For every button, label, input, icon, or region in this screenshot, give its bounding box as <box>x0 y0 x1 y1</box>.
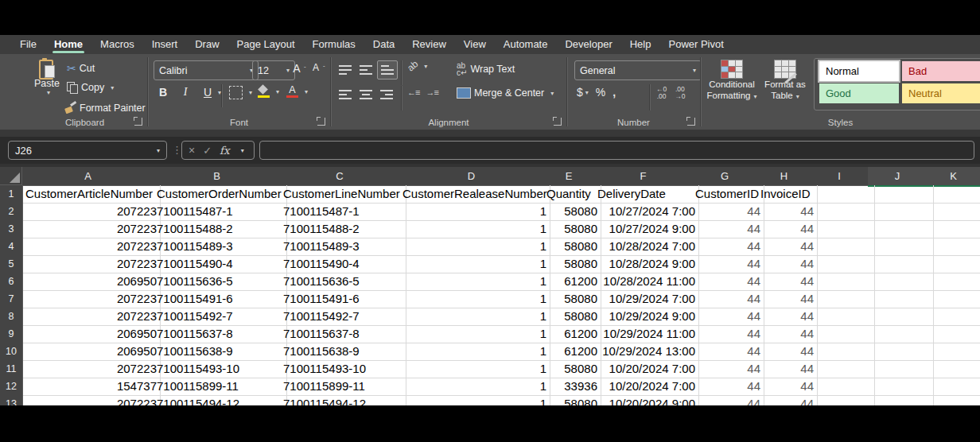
cell-J5[interactable] <box>868 255 934 273</box>
cell-H[interactable] <box>757 430 818 442</box>
cell-C3[interactable]: 7100115488-2 <box>280 220 406 238</box>
cell-G[interactable] <box>692 430 764 442</box>
decrease-indent-icon[interactable]: ←≡ <box>407 87 419 97</box>
cell-I3[interactable] <box>811 220 875 238</box>
row-header-5[interactable]: 5 <box>0 255 23 273</box>
cell-I1[interactable] <box>811 185 875 204</box>
cell-F9[interactable]: 10/29/2024 11:00 <box>594 325 699 343</box>
cell-E11[interactable]: 58080 <box>543 360 601 378</box>
cf-dropdown-icon[interactable]: ▾ <box>753 93 756 100</box>
cell-E12[interactable]: 33936 <box>543 378 601 396</box>
enter-icon[interactable]: ✓ <box>203 145 212 157</box>
cell-G12[interactable]: 44 <box>692 378 764 396</box>
row-header-12[interactable]: 12 <box>0 378 23 396</box>
cell-K7[interactable] <box>927 290 980 308</box>
cell-F1[interactable]: DeliveryDate <box>594 185 699 204</box>
cell-A8[interactable]: 207223 <box>22 308 161 326</box>
cell-B[interactable] <box>154 430 287 442</box>
cell-F7[interactable]: 10/29/2024 7:00 <box>594 290 699 308</box>
cell-F8[interactable]: 10/29/2024 9:00 <box>594 308 699 326</box>
cell-G9[interactable]: 44 <box>692 325 764 343</box>
cell-style-good[interactable]: Good <box>819 83 899 103</box>
cell-D11[interactable]: 1 <box>399 360 550 378</box>
cell-A13[interactable]: 207223 <box>22 395 161 413</box>
alignment-dialog-launcher[interactable] <box>554 118 562 126</box>
cell-B11[interactable]: 7100115493-10 <box>154 360 287 378</box>
cell-H11[interactable]: 44 <box>757 360 818 378</box>
menu-tab-data[interactable]: Data <box>364 33 403 54</box>
cell-G8[interactable]: 44 <box>692 308 764 326</box>
fill-color-icon[interactable] <box>258 86 270 98</box>
menu-tab-macros[interactable]: Macros <box>91 33 143 54</box>
column-header-H[interactable]: H <box>757 167 811 186</box>
rename-pencil-icon[interactable] <box>239 6 251 15</box>
cell-G14[interactable]: 44 <box>692 413 764 431</box>
column-header-F[interactable]: F <box>594 167 693 186</box>
menu-tab-view[interactable]: View <box>455 33 495 54</box>
decrease-decimal-button[interactable]: .00→0 <box>675 86 685 100</box>
menu-tab-power-pivot[interactable]: Power Pivot <box>659 33 732 54</box>
middle-align-button[interactable] <box>356 61 375 79</box>
cell-H5[interactable]: 44 <box>757 255 818 273</box>
align-left-button[interactable] <box>336 86 355 103</box>
cell-K3[interactable] <box>927 220 980 238</box>
cell-D3[interactable]: 1 <box>399 220 550 238</box>
cell-H3[interactable]: 44 <box>757 220 818 238</box>
cancel-icon[interactable]: × <box>189 144 195 157</box>
name-box[interactable]: J26 ▾ <box>8 141 167 160</box>
cell-A12[interactable]: 154737 <box>22 378 161 396</box>
cell-I7[interactable] <box>811 290 875 308</box>
menu-tab-draw[interactable]: Draw <box>186 33 228 54</box>
grow-font-button[interactable]: Aˆ <box>290 62 306 75</box>
underline-button[interactable]: U <box>200 86 215 99</box>
cell-A1[interactable]: CustomerArticleNumber <box>22 185 161 204</box>
cell-B9[interactable]: 7100115637-8 <box>154 325 287 343</box>
shrink-font-button[interactable]: Aˇ <box>309 62 325 73</box>
cell-J8[interactable] <box>868 308 934 326</box>
align-right-button[interactable] <box>377 86 396 103</box>
column-header-J[interactable]: J <box>868 167 928 187</box>
cell-B3[interactable]: 7100115488-2 <box>154 220 287 238</box>
cell-H2[interactable]: 44 <box>757 203 818 221</box>
cell-G11[interactable]: 44 <box>692 360 764 378</box>
cell-C9[interactable]: 7100115637-8 <box>280 325 406 343</box>
cell-I14[interactable] <box>811 413 875 431</box>
cell-H4[interactable]: 44 <box>757 238 818 256</box>
cell-E8[interactable]: 58080 <box>543 308 601 326</box>
cell-J2[interactable] <box>868 203 934 221</box>
cell-K5[interactable] <box>927 255 980 273</box>
copy-dropdown-icon[interactable]: ▾ <box>111 84 114 91</box>
cell-C6[interactable]: 7100115636-5 <box>280 273 406 291</box>
cell-C2[interactable]: 7100115487-1 <box>280 203 406 221</box>
cell-D7[interactable]: 1 <box>399 290 550 308</box>
cell-J3[interactable] <box>868 220 934 238</box>
cell-E10[interactable]: 61200 <box>543 343 601 361</box>
cell-B13[interactable]: 7100115494-12 <box>154 395 287 413</box>
cell-J9[interactable] <box>868 325 934 343</box>
format-as-table-button[interactable]: Format as Table▾ <box>760 60 811 103</box>
italic-button[interactable]: I <box>178 86 192 99</box>
bottom-align-button[interactable] <box>377 60 398 79</box>
font-color-icon[interactable]: A <box>286 85 298 98</box>
cell-C13[interactable]: 7100115494-12 <box>280 395 406 413</box>
currency-dropdown-icon[interactable]: ▾ <box>585 89 589 96</box>
cell-J4[interactable] <box>868 238 934 256</box>
cell-J11[interactable] <box>868 360 934 378</box>
cell-A9[interactable]: 206950 <box>22 325 161 343</box>
cell-I12[interactable] <box>811 378 875 396</box>
align-center-button[interactable] <box>356 86 375 103</box>
cell-A2[interactable]: 207223 <box>22 203 161 221</box>
cell-style-neutral[interactable]: Neutral <box>902 83 980 103</box>
cell-F6[interactable]: 10/28/2024 11:00 <box>594 273 699 291</box>
cell-H10[interactable]: 44 <box>757 343 818 361</box>
cell-A5[interactable]: 207223 <box>22 255 161 273</box>
cell-E2[interactable]: 58080 <box>543 203 601 221</box>
cell-K6[interactable] <box>927 273 980 291</box>
orientation-button[interactable]: ab ▾ <box>407 60 427 72</box>
cell-C7[interactable]: 7100115491-6 <box>280 290 406 308</box>
cell-I13[interactable] <box>811 395 875 413</box>
cell-F14[interactable]: 10/20/2024 9:00 <box>594 413 699 431</box>
column-header-A[interactable]: A <box>22 167 154 186</box>
cell-style-bad[interactable]: Bad <box>902 61 980 81</box>
cell-J10[interactable] <box>868 343 934 361</box>
